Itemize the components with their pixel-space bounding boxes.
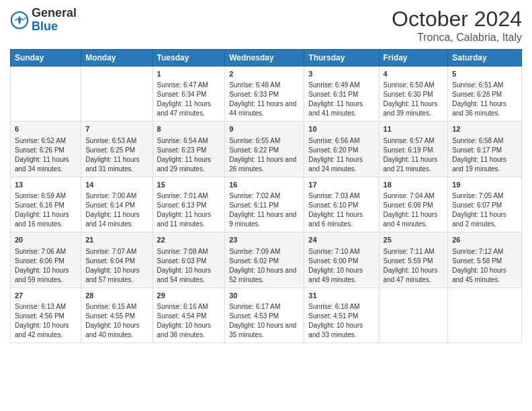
calendar-cell: 22Sunrise: 7:08 AM Sunset: 6:03 PM Dayli…	[152, 232, 225, 287]
logo: General Blue	[10, 7, 77, 34]
calendar-cell: 21Sunrise: 7:07 AM Sunset: 6:04 PM Dayli…	[81, 232, 152, 287]
week-row-5: 27Sunrise: 6:13 AM Sunset: 4:56 PM Dayli…	[11, 287, 522, 342]
calendar-cell: 1Sunrise: 6:47 AM Sunset: 6:34 PM Daylig…	[152, 66, 225, 122]
calendar-cell: 2Sunrise: 6:48 AM Sunset: 6:33 PM Daylig…	[225, 66, 304, 122]
logo-icon	[10, 11, 29, 30]
calendar-cell: 6Sunrise: 6:52 AM Sunset: 6:26 PM Daylig…	[11, 122, 81, 177]
calendar-cell: 23Sunrise: 7:09 AM Sunset: 6:02 PM Dayli…	[225, 232, 304, 287]
calendar-cell: 8Sunrise: 6:54 AM Sunset: 6:23 PM Daylig…	[152, 122, 225, 177]
th-saturday: Saturday	[448, 50, 522, 66]
day-number: 22	[157, 235, 221, 245]
day-number: 20	[15, 235, 77, 245]
calendar-cell: 4Sunrise: 6:50 AM Sunset: 6:30 PM Daylig…	[379, 66, 448, 122]
day-number: 6	[15, 124, 77, 134]
day-info: Sunrise: 6:59 AM Sunset: 6:16 PM Dayligh…	[15, 191, 77, 229]
calendar-cell: 7Sunrise: 6:53 AM Sunset: 6:25 PM Daylig…	[81, 122, 152, 177]
calendar-table: Sunday Monday Tuesday Wednesday Thursday…	[10, 49, 522, 343]
day-number: 13	[15, 180, 77, 190]
logo-blue: Blue	[32, 20, 77, 34]
day-number: 16	[229, 180, 300, 190]
day-info: Sunrise: 7:03 AM Sunset: 6:10 PM Dayligh…	[308, 191, 374, 229]
th-sunday: Sunday	[11, 50, 81, 66]
th-friday: Friday	[379, 50, 448, 66]
day-number: 17	[308, 180, 374, 190]
day-number: 18	[384, 180, 444, 190]
logo-general: General	[32, 7, 77, 20]
calendar-cell	[379, 287, 448, 342]
day-number: 30	[229, 291, 300, 301]
day-number: 7	[85, 124, 148, 134]
calendar-cell: 28Sunrise: 6:15 AM Sunset: 4:55 PM Dayli…	[81, 287, 152, 342]
calendar-cell: 5Sunrise: 6:51 AM Sunset: 6:28 PM Daylig…	[448, 66, 522, 122]
calendar-subtitle: Tronca, Calabria, Italy	[392, 32, 522, 44]
day-info: Sunrise: 6:16 AM Sunset: 4:54 PM Dayligh…	[157, 302, 221, 340]
day-info: Sunrise: 6:18 AM Sunset: 4:51 PM Dayligh…	[308, 302, 374, 340]
day-info: Sunrise: 6:53 AM Sunset: 6:25 PM Dayligh…	[85, 136, 148, 174]
calendar-cell: 17Sunrise: 7:03 AM Sunset: 6:10 PM Dayli…	[304, 177, 379, 232]
calendar-cell: 11Sunrise: 6:57 AM Sunset: 6:19 PM Dayli…	[379, 122, 448, 177]
calendar-cell: 19Sunrise: 7:05 AM Sunset: 6:07 PM Dayli…	[448, 177, 522, 232]
day-info: Sunrise: 7:06 AM Sunset: 6:06 PM Dayligh…	[15, 247, 77, 285]
day-info: Sunrise: 6:50 AM Sunset: 6:30 PM Dayligh…	[384, 81, 444, 118]
day-info: Sunrise: 6:47 AM Sunset: 6:34 PM Dayligh…	[157, 81, 221, 118]
day-number: 31	[308, 291, 374, 301]
th-monday: Monday	[81, 50, 152, 66]
day-info: Sunrise: 6:54 AM Sunset: 6:23 PM Dayligh…	[157, 136, 221, 174]
week-row-2: 6Sunrise: 6:52 AM Sunset: 6:26 PM Daylig…	[11, 122, 522, 177]
header: General Blue October 2024 Tronca, Calabr…	[10, 7, 522, 44]
day-number: 1	[157, 69, 221, 79]
day-info: Sunrise: 6:56 AM Sunset: 6:20 PM Dayligh…	[308, 136, 374, 174]
calendar-cell: 20Sunrise: 7:06 AM Sunset: 6:06 PM Dayli…	[11, 232, 81, 287]
day-number: 23	[229, 235, 300, 245]
day-number: 26	[452, 235, 517, 245]
day-number: 8	[157, 124, 221, 134]
day-number: 14	[85, 180, 148, 190]
day-info: Sunrise: 7:07 AM Sunset: 6:04 PM Dayligh…	[85, 247, 148, 285]
day-info: Sunrise: 7:02 AM Sunset: 6:11 PM Dayligh…	[229, 191, 300, 229]
day-info: Sunrise: 6:49 AM Sunset: 6:31 PM Dayligh…	[308, 81, 374, 118]
calendar-cell	[11, 66, 81, 122]
day-info: Sunrise: 7:08 AM Sunset: 6:03 PM Dayligh…	[157, 247, 221, 285]
calendar-cell: 15Sunrise: 7:01 AM Sunset: 6:13 PM Dayli…	[152, 177, 225, 232]
calendar-title: October 2024	[392, 7, 522, 32]
day-info: Sunrise: 7:11 AM Sunset: 5:59 PM Dayligh…	[384, 247, 444, 285]
th-tuesday: Tuesday	[152, 50, 225, 66]
calendar-cell: 10Sunrise: 6:56 AM Sunset: 6:20 PM Dayli…	[304, 122, 379, 177]
calendar-cell: 26Sunrise: 7:12 AM Sunset: 5:58 PM Dayli…	[448, 232, 522, 287]
day-info: Sunrise: 7:00 AM Sunset: 6:14 PM Dayligh…	[85, 191, 148, 229]
calendar-cell: 30Sunrise: 6:17 AM Sunset: 4:53 PM Dayli…	[225, 287, 304, 342]
day-number: 24	[308, 235, 374, 245]
title-area: October 2024 Tronca, Calabria, Italy	[392, 7, 522, 44]
calendar-cell	[448, 287, 522, 342]
calendar-cell: 18Sunrise: 7:04 AM Sunset: 6:08 PM Dayli…	[379, 177, 448, 232]
day-info: Sunrise: 7:12 AM Sunset: 5:58 PM Dayligh…	[452, 247, 517, 285]
day-number: 15	[157, 180, 221, 190]
day-number: 4	[384, 69, 444, 79]
week-row-3: 13Sunrise: 6:59 AM Sunset: 6:16 PM Dayli…	[11, 177, 522, 232]
calendar-cell: 3Sunrise: 6:49 AM Sunset: 6:31 PM Daylig…	[304, 66, 379, 122]
calendar-body: 1Sunrise: 6:47 AM Sunset: 6:34 PM Daylig…	[11, 66, 522, 343]
calendar-cell: 14Sunrise: 7:00 AM Sunset: 6:14 PM Dayli…	[81, 177, 152, 232]
day-info: Sunrise: 6:13 AM Sunset: 4:56 PM Dayligh…	[15, 302, 77, 340]
calendar-cell: 12Sunrise: 6:58 AM Sunset: 6:17 PM Dayli…	[448, 122, 522, 177]
calendar-cell: 9Sunrise: 6:55 AM Sunset: 6:22 PM Daylig…	[225, 122, 304, 177]
calendar-cell: 16Sunrise: 7:02 AM Sunset: 6:11 PM Dayli…	[225, 177, 304, 232]
day-info: Sunrise: 6:15 AM Sunset: 4:55 PM Dayligh…	[85, 302, 148, 340]
day-number: 29	[157, 291, 221, 301]
calendar-header: Sunday Monday Tuesday Wednesday Thursday…	[11, 50, 522, 66]
day-info: Sunrise: 7:01 AM Sunset: 6:13 PM Dayligh…	[157, 191, 221, 229]
day-number: 10	[308, 124, 374, 134]
week-row-4: 20Sunrise: 7:06 AM Sunset: 6:06 PM Dayli…	[11, 232, 522, 287]
day-number: 11	[384, 124, 444, 134]
day-number: 25	[384, 235, 444, 245]
day-info: Sunrise: 6:55 AM Sunset: 6:22 PM Dayligh…	[229, 136, 300, 174]
day-info: Sunrise: 7:04 AM Sunset: 6:08 PM Dayligh…	[384, 191, 444, 229]
day-number: 3	[308, 69, 374, 79]
day-number: 5	[452, 69, 517, 79]
logo-text: General Blue	[32, 7, 77, 34]
day-info: Sunrise: 6:52 AM Sunset: 6:26 PM Dayligh…	[15, 136, 77, 174]
day-number: 27	[15, 291, 77, 301]
calendar-cell: 25Sunrise: 7:11 AM Sunset: 5:59 PM Dayli…	[379, 232, 448, 287]
day-number: 12	[452, 124, 517, 134]
day-info: Sunrise: 6:58 AM Sunset: 6:17 PM Dayligh…	[452, 136, 517, 174]
